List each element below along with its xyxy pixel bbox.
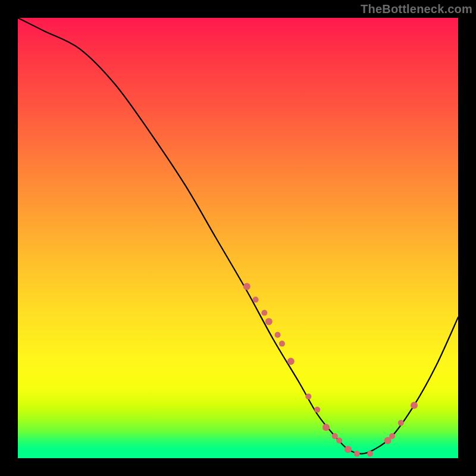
curve-svg xyxy=(18,18,458,458)
marker-dot xyxy=(305,393,311,399)
marker-dot xyxy=(354,451,360,457)
plot-gradient-background xyxy=(18,18,458,458)
marker-dot xyxy=(261,310,267,316)
marker-dot xyxy=(389,433,395,439)
marker-dot xyxy=(367,451,373,457)
marker-dot xyxy=(322,424,330,431)
bottleneck-curve xyxy=(18,18,458,454)
watermark-text: TheBottleneck.com xyxy=(361,2,472,16)
marker-dot xyxy=(265,318,273,325)
marker-dot xyxy=(332,433,338,439)
marker-dot xyxy=(398,420,404,426)
marker-dot xyxy=(243,283,250,290)
marker-dot xyxy=(275,332,281,338)
marker-dot xyxy=(287,358,295,365)
marker-dot xyxy=(314,407,320,413)
marker-dot xyxy=(345,446,352,453)
marker-dot xyxy=(279,341,285,347)
marker-dot xyxy=(253,297,259,303)
marker-dot xyxy=(411,402,418,409)
marker-dot xyxy=(336,437,342,443)
chart-container: TheBottleneck.com xyxy=(0,0,476,476)
